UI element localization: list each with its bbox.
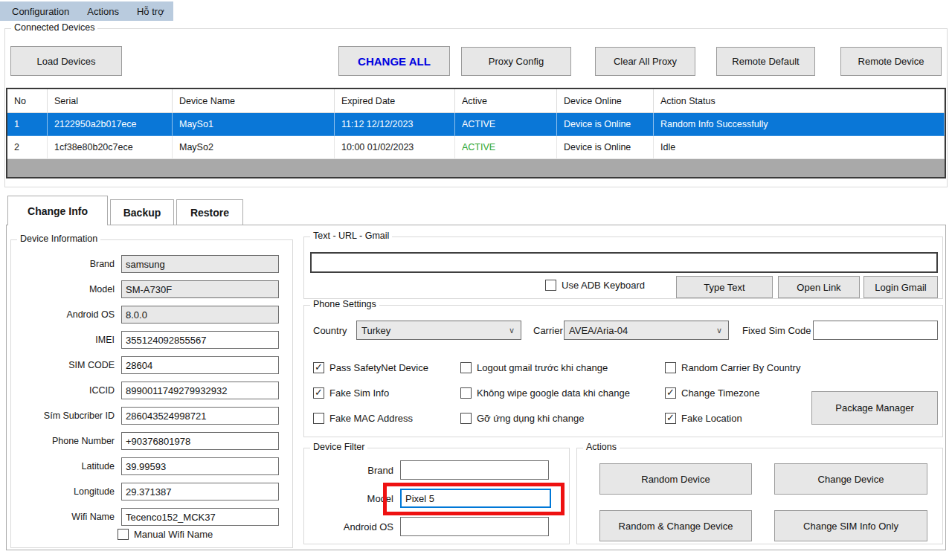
random-and-change-device-button[interactable]: Random & Change Device <box>599 510 752 541</box>
phone-number-field[interactable] <box>121 432 279 450</box>
cell-action-status: Idle <box>654 136 945 159</box>
checkbox-box <box>313 413 324 424</box>
load-devices-button[interactable]: Load Devices <box>10 46 122 76</box>
wifi-name-field[interactable] <box>121 508 279 526</box>
menu-item-configuration[interactable]: Configuration <box>3 6 78 17</box>
longitude-field[interactable] <box>121 483 279 501</box>
cell-action-status: Random Info Successfully <box>654 113 945 136</box>
change-sim-info-only-button[interactable]: Change SIM Info Only <box>774 510 927 541</box>
menu-item-actions[interactable]: Actions <box>78 6 128 17</box>
column-header-expired-date[interactable]: Expired Date <box>335 89 455 112</box>
iccid-field[interactable] <box>121 382 279 399</box>
connected-devices-group-label: Connected Devices <box>11 22 97 33</box>
fake-sim-info-label: Fake Sim Info <box>329 387 389 399</box>
tab-restore[interactable]: Restore <box>176 199 243 225</box>
longitude-field-row: Longitude <box>17 482 288 501</box>
use-adb-keyboard-checkbox[interactable]: Use ADB Keyboard <box>545 280 645 291</box>
column-header-device-name[interactable]: Device Name <box>173 89 335 112</box>
column-header-action-status[interactable]: Action Status <box>654 89 945 112</box>
fake-mac-address-checkbox[interactable]: Fake MAC Address <box>313 413 413 424</box>
clear-all-proxy-button[interactable]: Clear All Proxy <box>595 47 695 76</box>
sim-code-field[interactable] <box>121 356 279 374</box>
column-header-serial[interactable]: Serial <box>48 89 173 112</box>
change-timezone-label: Change Timezone <box>681 387 760 399</box>
random-carrier-label: Random Carrier By Country <box>681 362 800 373</box>
sim-subscriber-field[interactable] <box>121 407 279 425</box>
random-carrier-checkbox[interactable]: Random Carrier By Country <box>665 362 800 373</box>
cell-serial: 1cf38e80b20c7ece <box>48 136 173 159</box>
android-os-field[interactable] <box>121 306 279 324</box>
login-gmail-button[interactable]: Login Gmail <box>863 276 938 298</box>
remove-apps-checkbox[interactable]: Gỡ ứng dụng khi change <box>460 413 584 424</box>
sim-code-field-row: SIM CODE <box>17 355 288 375</box>
fake-location-checkbox[interactable]: ✓ Fake Location <box>665 413 742 424</box>
carrier-label: Carrier <box>533 325 563 336</box>
pass-safetynet-label: Pass SafetyNet Device <box>329 362 428 373</box>
column-header-device-online[interactable]: Device Online <box>557 89 654 112</box>
cell-serial: 2122950a2b017ece <box>48 113 173 136</box>
phone-settings-group: Phone Settings Country Turkey ∨ Carrier … <box>303 305 943 437</box>
column-header-no[interactable]: No <box>7 89 48 112</box>
text-url-input[interactable] <box>310 252 938 273</box>
table-row[interactable]: 2 1cf38e80b20c7ece MaySo2 10:00 01/02/20… <box>7 136 945 159</box>
filter-brand-row: Brand <box>328 460 549 480</box>
fake-sim-info-checkbox[interactable]: ✓ Fake Sim Info <box>313 387 389 399</box>
remove-apps-label: Gỡ ứng dụng khi change <box>477 413 584 424</box>
type-text-button[interactable]: Type Text <box>676 276 773 298</box>
brand-label: Brand <box>17 259 121 269</box>
chevron-down-icon: ∨ <box>716 326 724 335</box>
menu-item-support[interactable]: Hỗ trợ <box>128 6 173 17</box>
cell-expired-date: 10:00 01/02/2023 <box>335 136 455 159</box>
iccid-field-row: ICCID <box>17 381 288 400</box>
proxy-config-button[interactable]: Proxy Config <box>461 47 571 76</box>
remote-default-button[interactable]: Remote Default <box>716 47 815 76</box>
cell-active: ACTIVE <box>455 136 557 159</box>
carrier-dropdown[interactable]: AVEA/Aria-04 ∨ <box>564 321 729 340</box>
no-wipe-google-data-checkbox[interactable]: Không wipe google data khi change <box>460 387 630 399</box>
random-device-button[interactable]: Random Device <box>599 463 752 495</box>
filter-android-os-field[interactable] <box>400 517 549 536</box>
tab-backup[interactable]: Backup <box>110 199 174 225</box>
pass-safetynet-checkbox[interactable]: ✓ Pass SafetyNet Device <box>313 362 428 373</box>
change-timezone-checkbox[interactable]: ✓ Change Timezone <box>665 387 760 399</box>
table-row[interactable]: 1 2122950a2b017ece MaySo1 11:12 12/12/20… <box>7 113 945 136</box>
cell-active: ACTIVE <box>455 113 557 136</box>
imei-field[interactable] <box>121 331 279 349</box>
checkbox-box: ✓ <box>665 387 676 399</box>
brand-field-row: Brand <box>17 254 288 274</box>
package-manager-button[interactable]: Package Manager <box>811 391 938 425</box>
phone-number-label: Phone Number <box>17 436 121 446</box>
device-changer-window: Configuration Actions Hỗ trợ Connected D… <box>0 0 952 560</box>
brand-field[interactable] <box>121 255 279 273</box>
latitude-field[interactable] <box>121 457 279 475</box>
country-dropdown[interactable]: Turkey ∨ <box>356 321 521 340</box>
checkbox-box <box>118 529 129 540</box>
change-device-button[interactable]: Change Device <box>774 463 927 495</box>
android-os-field-row: Android OS <box>17 305 288 324</box>
menu-bar: Configuration Actions Hỗ trợ <box>0 1 173 21</box>
manual-wifi-name-label: Manual Wifi Name <box>134 529 213 540</box>
model-field[interactable] <box>121 280 279 298</box>
open-link-button[interactable]: Open Link <box>778 276 860 298</box>
devices-table: No Serial Device Name Expired Date Activ… <box>6 88 946 178</box>
manual-wifi-name-checkbox[interactable]: Manual Wifi Name <box>118 529 213 540</box>
tab-change-info[interactable]: Change Info <box>7 196 108 225</box>
iccid-label: ICCID <box>17 385 121 396</box>
latitude-label: Latitude <box>17 461 121 472</box>
model-field-row: Model <box>17 280 288 299</box>
remote-device-button[interactable]: Remote Device <box>840 47 942 76</box>
latitude-field-row: Latitude <box>17 457 288 476</box>
fixed-sim-code-field[interactable] <box>813 321 938 340</box>
imei-field-row: IMEI <box>17 330 288 350</box>
cell-device-online: Device is Online <box>557 136 654 159</box>
cell-device-name: MaySo1 <box>173 113 335 136</box>
carrier-value: AVEA/Aria-04 <box>569 325 628 336</box>
logout-gmail-checkbox[interactable]: Logout gmail trước khi change <box>460 362 608 373</box>
column-header-active[interactable]: Active <box>455 89 557 112</box>
checkbox-box <box>545 280 556 291</box>
actions-group: Actions Random Device Change Device Rand… <box>576 448 943 544</box>
devices-table-header: No Serial Device Name Expired Date Activ… <box>7 89 945 113</box>
change-all-button[interactable]: CHANGE ALL <box>338 46 450 76</box>
cell-device-online: Device is Online <box>557 113 654 136</box>
filter-brand-field[interactable] <box>400 460 549 480</box>
